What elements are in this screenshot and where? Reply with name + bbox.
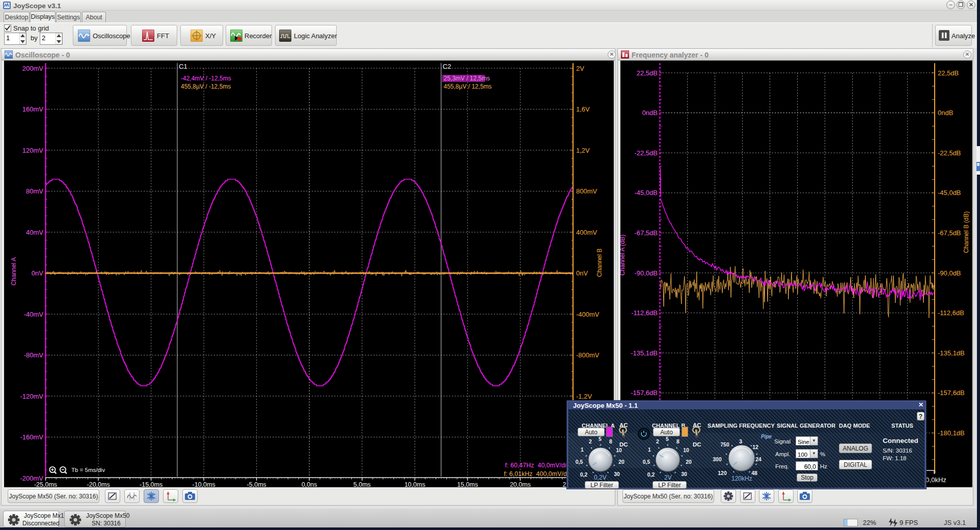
- svg-text:-180,1dB: -180,1dB: [938, 429, 965, 437]
- svg-text:0nV: 0nV: [576, 269, 588, 277]
- svg-text:-90,0dB: -90,0dB: [938, 269, 961, 277]
- svg-text:12: 12: [752, 444, 758, 450]
- svg-text:C2: C2: [443, 63, 451, 70]
- svg-text:0ndB: 0ndB: [938, 109, 953, 117]
- svg-text:-135,1dB: -135,1dB: [938, 349, 965, 357]
- svg-text:5: 5: [598, 436, 602, 442]
- svg-text:-90,0dB: -90,0dB: [634, 269, 658, 277]
- svg-text:1: 1: [648, 447, 651, 453]
- svg-text:200mV: 200mV: [22, 65, 44, 72]
- svg-text:0,5: 0,5: [643, 459, 650, 465]
- svg-text:160mV: 160mV: [22, 105, 44, 113]
- svg-text:2: 2: [589, 438, 592, 444]
- svg-text:-40mV: -40mV: [24, 311, 44, 318]
- svg-text:-200mV: -200mV: [20, 475, 43, 482]
- svg-text:48: 48: [751, 470, 757, 476]
- svg-text:2V: 2V: [576, 65, 584, 72]
- svg-text:Channel A: Channel A: [10, 257, 17, 285]
- svg-text:-112,6dB: -112,6dB: [631, 309, 658, 317]
- svg-text:f: 60,47Hz 40,0mV/div: f: 60,47Hz 40,0mV/div: [505, 462, 570, 469]
- svg-text:-22,5dB: -22,5dB: [938, 149, 961, 157]
- svg-text:-157,6dB: -157,6dB: [631, 389, 658, 397]
- svg-text:Tb = 5ms/div: Tb = 5ms/div: [71, 467, 105, 473]
- svg-text:1,6V: 1,6V: [576, 105, 590, 113]
- svg-text:22,5dB: 22,5dB: [938, 69, 959, 77]
- svg-text:-45,0dB: -45,0dB: [938, 189, 961, 197]
- svg-text:25,3mV / 12,5ms: 25,3mV / 12,5ms: [444, 75, 490, 82]
- svg-text:8: 8: [609, 438, 612, 444]
- svg-text:24: 24: [755, 456, 761, 462]
- svg-text:120mV: 120mV: [22, 147, 44, 154]
- svg-text:20: 20: [618, 459, 624, 465]
- svg-text:1,2V: 1,2V: [576, 147, 590, 154]
- svg-text:Channel A (dB): Channel A (dB): [620, 235, 626, 276]
- svg-text:40mV: 40mV: [26, 229, 43, 236]
- svg-text:-157,6dB: -157,6dB: [938, 389, 965, 397]
- svg-text:1: 1: [581, 447, 584, 453]
- svg-text:10: 10: [616, 447, 622, 453]
- svg-text:10: 10: [683, 447, 689, 453]
- svg-text:8: 8: [676, 438, 679, 444]
- svg-text:30: 30: [681, 471, 687, 477]
- svg-text:Channel B: Channel B: [596, 248, 603, 277]
- svg-text:-160mV: -160mV: [20, 433, 43, 441]
- svg-text:0ndB: 0ndB: [642, 109, 658, 117]
- svg-text:-112,6dB: -112,6dB: [938, 309, 964, 317]
- svg-text:-42,4mV / -12,5ms: -42,4mV / -12,5ms: [181, 75, 231, 82]
- svg-text:-120mV: -120mV: [20, 393, 43, 400]
- svg-text:-135,1dB: -135,1dB: [631, 349, 658, 357]
- svg-text:5: 5: [666, 436, 669, 442]
- svg-text:20: 20: [686, 459, 692, 465]
- svg-text:-80mV: -80mV: [24, 351, 44, 359]
- svg-text:-22,5dB: -22,5dB: [634, 149, 658, 157]
- svg-text:455,8µV / 12,5ms: 455,8µV / 12,5ms: [444, 83, 492, 90]
- svg-text:0,5: 0,5: [576, 459, 583, 465]
- svg-text:-400mV: -400mV: [576, 311, 600, 318]
- svg-text:800mV: 800mV: [576, 187, 597, 195]
- svg-text:-67,5dB: -67,5dB: [634, 229, 658, 237]
- svg-text:3: 3: [739, 438, 742, 444]
- svg-text:22,5dB: 22,5dB: [637, 69, 658, 77]
- svg-text:120: 120: [718, 470, 727, 476]
- svg-text:-67,5dB: -67,5dB: [938, 229, 961, 237]
- svg-text:C1: C1: [179, 63, 187, 70]
- svg-text:-800mV: -800mV: [576, 351, 600, 359]
- svg-text:2: 2: [656, 438, 659, 444]
- svg-text:Channel B (dB): Channel B (dB): [963, 211, 970, 253]
- svg-text:0,2: 0,2: [647, 471, 655, 478]
- svg-text:300: 300: [713, 456, 722, 462]
- svg-text:750: 750: [720, 441, 729, 448]
- svg-text:30: 30: [614, 471, 620, 477]
- svg-text:80mV: 80mV: [26, 187, 43, 195]
- svg-text:f: 6,01kHz 400,0mV/div: f: 6,01kHz 400,0mV/div: [504, 470, 571, 478]
- svg-text:0nV: 0nV: [32, 269, 43, 277]
- svg-text:455,8µV / -12,5ms: 455,8µV / -12,5ms: [181, 83, 231, 90]
- svg-text:-1,2V: -1,2V: [576, 393, 592, 400]
- svg-text:0,2: 0,2: [580, 471, 588, 478]
- svg-text:400mV: 400mV: [576, 229, 597, 236]
- svg-text:-45,0dB: -45,0dB: [634, 189, 658, 197]
